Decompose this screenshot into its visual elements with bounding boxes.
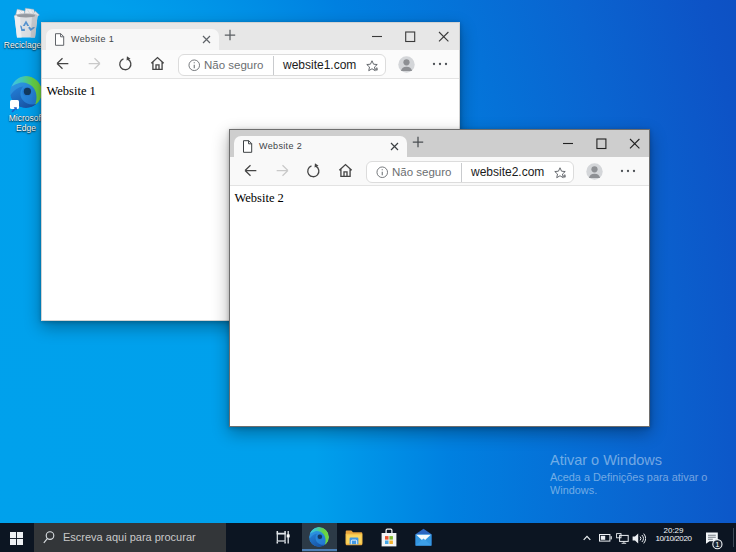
svg-text:1: 1 — [715, 540, 719, 549]
